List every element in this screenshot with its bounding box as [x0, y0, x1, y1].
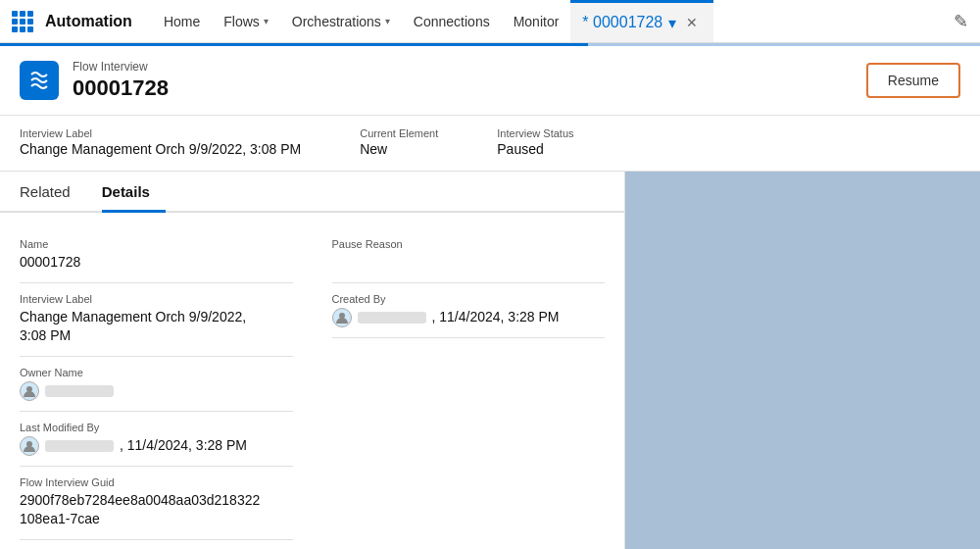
record-header: Flow Interview 00001728 Resume: [0, 46, 980, 116]
field-label-current-element: Current Element: [360, 127, 438, 139]
nav-item-orchestrations[interactable]: Orchestrations ▾: [280, 0, 402, 42]
detail-interview-status: Interview Status Paused: [20, 540, 293, 549]
nav-item-monitor[interactable]: Monitor: [502, 0, 571, 42]
detail-interview-label: Interview Label Change Management Orch 9…: [20, 283, 293, 357]
owner-avatar: [20, 381, 39, 401]
field-label-interview-label: Interview Label: [20, 127, 301, 139]
close-tab-button[interactable]: ✕: [682, 13, 702, 32]
record-subtitle: Flow Interview: [73, 60, 169, 74]
details-right-column: Pause Reason Created By , 11/4/2024, 3:2…: [332, 228, 606, 549]
tabs: Related Details: [0, 172, 624, 213]
details-content: Name 00001728 Interview Label Change Man…: [0, 213, 624, 549]
last-modified-avatar: [20, 436, 39, 456]
fields-row: Interview Label Change Management Orch 9…: [0, 116, 980, 172]
created-by-avatar: [332, 308, 352, 327]
record-title-group: Flow Interview 00001728: [73, 60, 169, 101]
field-current-element: Current Element New: [360, 127, 438, 157]
created-by-name: [358, 312, 426, 324]
left-panel: Related Details Name 00001728 Interview …: [0, 172, 625, 549]
flow-icon-box: [20, 61, 59, 100]
main-content: Related Details Name 00001728 Interview …: [0, 172, 980, 549]
nav-bar: Automation Home Flows ▾ Orchestrations ▾…: [0, 0, 980, 43]
active-tab[interactable]: * 00001728 ▾ ✕: [570, 0, 713, 42]
tab-related[interactable]: Related: [20, 172, 86, 213]
owner-name-value: [45, 385, 114, 397]
last-modified-date: , 11/4/2024, 3:28 PM: [120, 436, 247, 456]
detail-pause-reason: Pause Reason: [332, 228, 606, 283]
active-tab-chevron[interactable]: ▾: [668, 14, 676, 32]
field-value-interview-label: Change Management Orch 9/9/2022, 3:08 PM: [20, 141, 301, 157]
detail-owner-name: Owner Name: [20, 357, 293, 412]
field-label-interview-status: Interview Status: [497, 127, 573, 139]
app-grid-icon[interactable]: [12, 11, 33, 32]
field-interview-label: Interview Label Change Management Orch 9…: [20, 127, 301, 157]
tab-details[interactable]: Details: [102, 172, 166, 213]
pencil-icon[interactable]: ✎: [954, 11, 968, 32]
created-by-date: , 11/4/2024, 3:28 PM: [432, 308, 560, 327]
flow-icon: [27, 69, 51, 92]
detail-created-by: Created By , 11/4/2024, 3:28 PM: [332, 283, 606, 338]
detail-flow-guid: Flow Interview Guid 2900f78eb7284ee8a004…: [20, 467, 293, 540]
nav-item-connections[interactable]: Connections: [402, 0, 502, 42]
detail-name: Name 00001728: [20, 228, 293, 283]
field-value-interview-status: Paused: [497, 141, 573, 157]
record-title: 00001728: [73, 75, 169, 101]
nav-item-flows[interactable]: Flows ▾: [212, 0, 280, 42]
app-name: Automation: [45, 13, 132, 30]
record-header-left: Flow Interview 00001728: [20, 60, 169, 101]
details-left-column: Name 00001728 Interview Label Change Man…: [20, 228, 293, 549]
flows-chevron: ▾: [264, 16, 269, 26]
right-panel: [625, 172, 980, 549]
field-interview-status: Interview Status Paused: [497, 127, 573, 157]
detail-last-modified: Last Modified By , 11/4/2024, 3:28 PM: [20, 412, 293, 467]
field-value-current-element: New: [360, 141, 438, 157]
orchestrations-chevron: ▾: [385, 16, 390, 26]
nav-item-home[interactable]: Home: [152, 0, 212, 42]
resume-button[interactable]: Resume: [866, 63, 960, 98]
last-modified-name: [45, 440, 114, 452]
nav-menu: Home Flows ▾ Orchestrations ▾ Connection…: [152, 0, 713, 42]
